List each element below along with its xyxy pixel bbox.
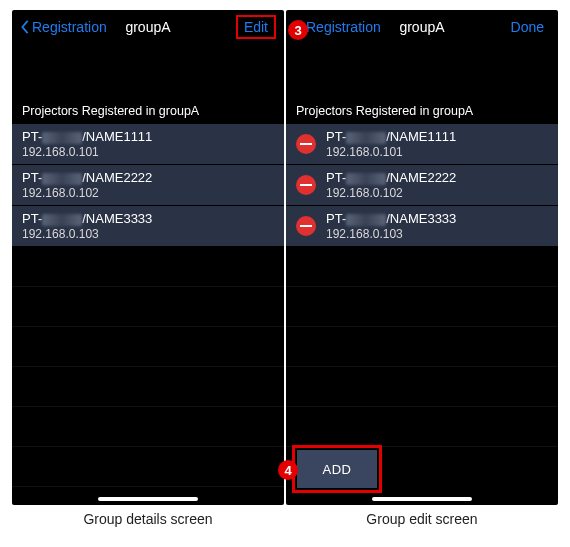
projector-row[interactable]: PT-/NAME3333 192.168.0.103: [12, 206, 284, 247]
section-header: Projectors Registered in groupA: [286, 44, 558, 124]
callout-4: 4: [278, 460, 298, 480]
chevron-left-icon: [20, 20, 30, 34]
empty-row: [286, 327, 558, 367]
redacted-model: [346, 132, 386, 144]
navigation-bar: Registration groupA Edit: [12, 10, 284, 44]
page-title: groupA: [399, 19, 444, 35]
add-highlight: ADD: [292, 445, 382, 493]
empty-row: [286, 367, 558, 407]
projector-ip: 192.168.0.101: [326, 145, 456, 159]
navigation-bar: Registration groupA Done: [286, 10, 558, 44]
group-details-screen: Registration groupA Edit Projectors Regi…: [12, 10, 284, 505]
projector-ip: 192.168.0.102: [326, 186, 456, 200]
empty-row: [12, 327, 284, 367]
projector-ip: 192.168.0.103: [326, 227, 456, 241]
redacted-model: [346, 173, 386, 185]
empty-row: [12, 447, 284, 487]
delete-icon[interactable]: [296, 216, 316, 236]
empty-row: [12, 367, 284, 407]
home-indicator: [98, 497, 198, 501]
redacted-model: [346, 214, 386, 226]
group-edit-screen: Registration groupA Done Projectors Regi…: [286, 10, 558, 505]
empty-row: [286, 287, 558, 327]
projector-ip: 192.168.0.101: [22, 145, 152, 159]
back-button[interactable]: Registration: [20, 19, 107, 35]
home-indicator: [372, 497, 472, 501]
projector-ip: 192.168.0.103: [22, 227, 152, 241]
empty-row: [12, 287, 284, 327]
delete-icon[interactable]: [296, 175, 316, 195]
page-title: groupA: [125, 19, 170, 35]
empty-row: [12, 407, 284, 447]
left-caption: Group details screen: [12, 511, 284, 527]
projector-row[interactable]: PT-/NAME3333 192.168.0.103: [286, 206, 558, 247]
projector-ip: 192.168.0.102: [22, 186, 152, 200]
section-header: Projectors Registered in groupA: [12, 44, 284, 124]
back-label: Registration: [32, 19, 107, 35]
right-caption: Group edit screen: [286, 511, 558, 527]
delete-icon[interactable]: [296, 134, 316, 154]
back-label: Registration: [306, 19, 381, 35]
callout-3: 3: [288, 20, 308, 40]
redacted-model: [42, 132, 82, 144]
projector-row[interactable]: PT-/NAME2222 192.168.0.102: [12, 165, 284, 206]
empty-row: [286, 247, 558, 287]
empty-row: [286, 407, 558, 447]
redacted-model: [42, 173, 82, 185]
projector-row[interactable]: PT-/NAME1111 192.168.0.101: [286, 124, 558, 165]
empty-row: [12, 247, 284, 287]
edit-button[interactable]: Edit: [236, 15, 276, 39]
done-button[interactable]: Done: [505, 15, 550, 39]
projector-row[interactable]: PT-/NAME1111 192.168.0.101: [12, 124, 284, 165]
redacted-model: [42, 214, 82, 226]
projector-row[interactable]: PT-/NAME2222 192.168.0.102: [286, 165, 558, 206]
add-button[interactable]: ADD: [297, 450, 377, 488]
